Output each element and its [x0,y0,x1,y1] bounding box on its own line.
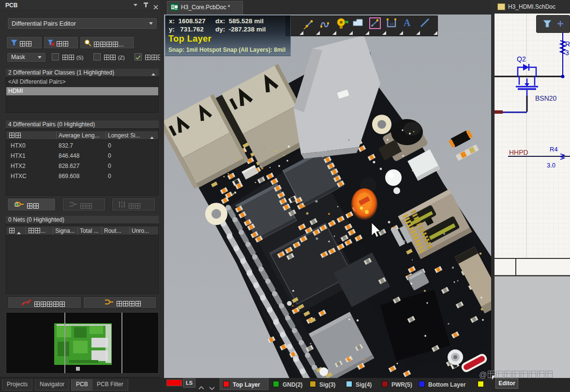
svg-text:Q2: Q2 [517,55,526,63]
svg-text:R: R [565,40,570,48]
svg-text:A: A [404,17,411,28]
svg-text:HHPD: HHPD [509,149,528,156]
svg-text:10: 10 [390,22,394,26]
svg-text:3: 3 [565,49,569,57]
svg-text:R4: R4 [550,146,558,153]
svg-text:BSN20: BSN20 [535,94,557,102]
svg-text:3.0: 3.0 [547,162,555,169]
